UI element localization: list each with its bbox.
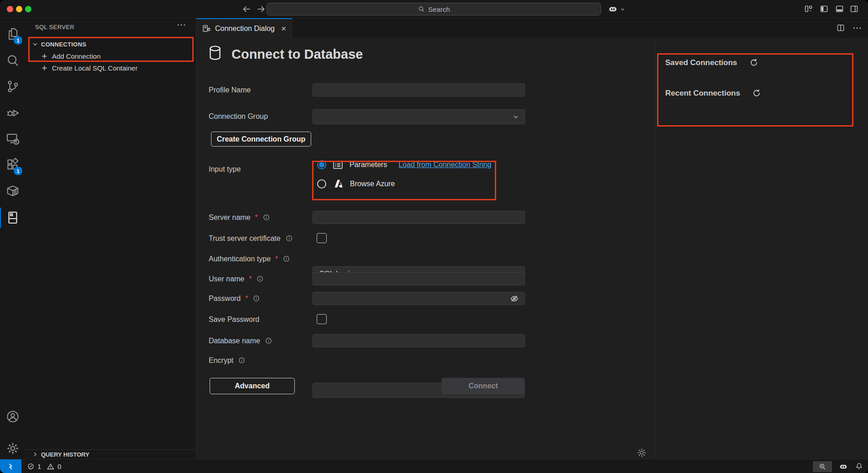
input-type-label: Input type bbox=[209, 163, 241, 176]
source-control-icon[interactable] bbox=[5, 79, 21, 94]
command-center-search[interactable]: Search bbox=[267, 3, 601, 15]
info-icon[interactable] bbox=[256, 275, 264, 283]
parameters-form-icon bbox=[332, 159, 344, 171]
toggle-primary-sidebar-icon[interactable] bbox=[819, 4, 829, 14]
run-debug-icon[interactable] bbox=[5, 105, 21, 121]
sidebar-title: SQL SERVER bbox=[35, 24, 74, 31]
info-icon[interactable] bbox=[238, 356, 246, 364]
warning-count: 0 bbox=[57, 463, 61, 470]
settings-gear-icon[interactable] bbox=[5, 441, 21, 456]
info-icon[interactable] bbox=[252, 295, 260, 302]
plus-icon bbox=[41, 65, 48, 71]
trust-server-certificate-checkbox[interactable] bbox=[317, 233, 327, 243]
forward-arrow-icon[interactable] bbox=[255, 3, 267, 15]
split-editor-icon[interactable] bbox=[836, 23, 845, 32]
vscode-window: Search 1 bbox=[0, 0, 868, 473]
chevron-right-icon bbox=[32, 451, 38, 458]
trust-server-certificate-label: Trust server certificate bbox=[209, 232, 293, 245]
chevron-down-icon bbox=[32, 41, 38, 47]
error-icon bbox=[27, 463, 35, 470]
save-password-checkbox[interactable] bbox=[317, 314, 327, 324]
zoom-status-icon[interactable] bbox=[813, 461, 832, 472]
maximize-window-button[interactable] bbox=[25, 6, 31, 12]
connection-group-select[interactable] bbox=[313, 109, 525, 124]
user-name-label: User name* bbox=[209, 272, 264, 285]
copilot-status-icon[interactable] bbox=[838, 462, 848, 472]
sidebar-item-create-local-sql-container[interactable]: Create Local SQL Container bbox=[26, 62, 196, 74]
error-count: 1 bbox=[37, 463, 41, 470]
sidebar-sql-server: SQL SERVER ⋯ CONNECTIONS Add Connection … bbox=[26, 18, 196, 459]
query-history-section-header[interactable]: QUERY HISTORY bbox=[26, 449, 196, 459]
copilot-icon[interactable] bbox=[607, 4, 618, 15]
radio-unselected-icon[interactable] bbox=[317, 179, 326, 188]
refresh-icon[interactable] bbox=[752, 88, 761, 98]
password-label: Password* bbox=[209, 292, 260, 305]
info-icon[interactable] bbox=[285, 234, 293, 242]
connection-dialog-webview: Connect to Database Profile Name Connect… bbox=[196, 38, 868, 459]
refresh-icon[interactable] bbox=[749, 58, 759, 67]
parameters-option-label: Parameters bbox=[349, 161, 387, 169]
tab-label: Connection Dialog bbox=[215, 25, 275, 33]
password-input[interactable] bbox=[313, 292, 525, 305]
search-label: Search bbox=[428, 5, 450, 13]
saved-connections-header: Saved Connections bbox=[665, 58, 759, 67]
profile-name-label: Profile Name bbox=[209, 83, 251, 97]
sql-server-view-icon[interactable] bbox=[5, 210, 21, 225]
encrypt-label: Encrypt bbox=[209, 354, 246, 367]
tab-connection-dialog[interactable]: Connection Dialog × bbox=[196, 18, 292, 38]
warning-icon bbox=[46, 463, 55, 471]
explorer-badge: 1 bbox=[14, 36, 22, 45]
customize-layout-icon[interactable] bbox=[804, 4, 813, 14]
extensions-badge: 1 bbox=[14, 167, 22, 175]
search-view-icon[interactable] bbox=[5, 53, 21, 68]
active-view-indicator bbox=[0, 208, 1, 228]
editor-more-actions-icon[interactable]: ⋯ bbox=[853, 23, 862, 32]
plus-icon bbox=[41, 53, 48, 60]
titlebar: Search bbox=[0, 0, 868, 18]
connect-button[interactable]: Connect bbox=[442, 378, 525, 394]
info-icon[interactable] bbox=[265, 337, 272, 345]
server-name-label: Server name* bbox=[209, 211, 270, 224]
database-icon bbox=[206, 44, 224, 61]
problems-status[interactable]: 1 0 bbox=[27, 459, 62, 473]
tab-close-icon[interactable]: × bbox=[281, 24, 286, 33]
radio-selected-icon[interactable] bbox=[317, 160, 326, 169]
minimize-window-button[interactable] bbox=[16, 6, 22, 12]
input-type-browse-azure-option[interactable]: Browse Azure bbox=[317, 178, 395, 189]
create-connection-group-button[interactable]: Create Connection Group bbox=[211, 132, 311, 147]
browse-azure-option-label: Browse Azure bbox=[350, 180, 395, 188]
webview-settings-gear-icon[interactable] bbox=[636, 447, 648, 459]
database-name-input[interactable] bbox=[313, 334, 525, 347]
dialog-title: Connect to Database bbox=[231, 47, 363, 62]
load-from-connection-string-link[interactable]: Load from Connection String bbox=[399, 161, 492, 169]
container-tools-icon[interactable] bbox=[5, 183, 21, 199]
remote-explorer-icon[interactable] bbox=[5, 131, 21, 147]
panel-divider bbox=[655, 38, 655, 459]
input-type-parameters-option[interactable]: Parameters Load from Connection String bbox=[317, 159, 491, 170]
copilot-chevron-down-icon[interactable] bbox=[620, 6, 626, 12]
authentication-type-label: Authentication type* bbox=[209, 252, 290, 265]
search-icon bbox=[418, 5, 425, 13]
user-name-input[interactable] bbox=[313, 272, 525, 285]
info-icon[interactable] bbox=[262, 214, 270, 221]
connections-section-header[interactable]: CONNECTIONS bbox=[26, 38, 196, 50]
profile-name-input[interactable] bbox=[313, 83, 525, 97]
back-arrow-icon[interactable] bbox=[241, 3, 252, 15]
chevron-down-icon bbox=[512, 113, 519, 121]
tab-bar: Connection Dialog × ⋯ bbox=[196, 18, 868, 38]
info-icon[interactable] bbox=[282, 255, 290, 263]
toggle-secondary-sidebar-icon[interactable] bbox=[849, 4, 859, 14]
notifications-bell-icon[interactable] bbox=[855, 462, 863, 471]
close-window-button[interactable] bbox=[7, 6, 13, 12]
toggle-panel-icon[interactable] bbox=[835, 4, 844, 14]
toggle-password-visibility-icon[interactable] bbox=[509, 294, 519, 304]
connection-dialog-tab-icon bbox=[202, 24, 211, 33]
sidebar-more-actions-icon[interactable]: ⋯ bbox=[177, 19, 186, 30]
connection-group-label: Connection Group bbox=[209, 110, 268, 123]
accounts-icon[interactable] bbox=[5, 409, 21, 424]
save-password-label: Save Password bbox=[209, 313, 259, 326]
sidebar-item-add-connection[interactable]: Add Connection bbox=[26, 50, 196, 62]
remote-indicator[interactable] bbox=[0, 459, 21, 473]
advanced-button[interactable]: Advanced bbox=[210, 378, 295, 394]
server-name-input[interactable] bbox=[313, 211, 525, 224]
